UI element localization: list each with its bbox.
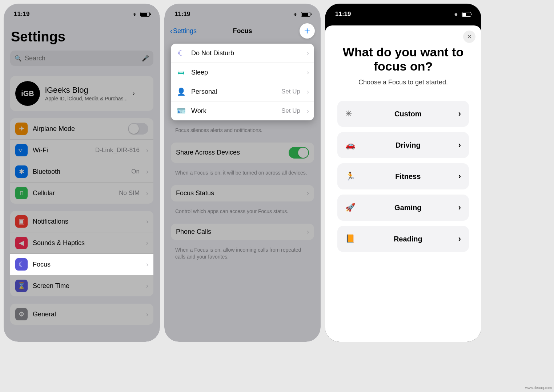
footnote: Focus silences alerts and notifications. [164, 124, 321, 139]
list-row[interactable]: ⌛Screen Time› [10, 275, 153, 296]
list-row[interactable]: ◀Sounds & Haptics› [10, 232, 153, 254]
row-icon: 🪪 [176, 106, 186, 116]
account-sub: Apple ID, iCloud, Media & Purchas... [45, 96, 128, 101]
row-label: Bluetooth [33, 168, 126, 176]
row-label: Wi-Fi [33, 147, 90, 154]
status-time: 11:19 [174, 11, 190, 18]
avatar: iGB [15, 81, 40, 106]
option-icon: 🚗 [345, 140, 358, 150]
focus-option[interactable]: 🚀 Gaming › [337, 195, 469, 221]
account-group[interactable]: iGB iGeeks Blog Apple ID, iCloud, Media … [10, 76, 153, 111]
chevron-right-icon: › [458, 109, 461, 119]
list-row[interactable]: ᯤWi-FiD-Link_DIR-816› [10, 140, 153, 161]
row-icon: ᯤ [15, 144, 28, 156]
chevron-right-icon: › [307, 49, 309, 57]
share-group: Share Across Devices [171, 143, 314, 163]
row-label: Focus [33, 261, 140, 268]
focus-option[interactable]: 🚗 Driving › [337, 132, 469, 158]
list-row[interactable]: 👤PersonalSet Up› [171, 82, 314, 101]
search-input[interactable]: 🔍 🎤 [10, 51, 153, 66]
list-row[interactable]: ✱BluetoothOn› [10, 161, 153, 183]
search-field[interactable] [25, 55, 139, 62]
general-group: ⚙General› [10, 304, 153, 325]
list-row[interactable]: ⎍CellularNo SIM› [10, 183, 153, 204]
add-button[interactable]: + [300, 23, 315, 39]
phone-settings: 11:19 ᯤ Settings 🔍 🎤 iGB iGeeks Blog App… [4, 4, 160, 342]
list-row[interactable]: ⚙General› [10, 304, 153, 325]
focus-option[interactable]: 📙 Reading › [337, 226, 469, 252]
chevron-left-icon: ‹ [170, 27, 172, 35]
row-value: Set Up [281, 107, 300, 115]
phone-calls-row[interactable]: Phone Calls › [171, 224, 314, 240]
option-label: Custom [358, 110, 458, 118]
watermark: www.deuaq.com [525, 386, 552, 390]
chevron-right-icon: › [307, 107, 309, 115]
chevron-right-icon: › [146, 239, 148, 247]
row-icon: 🛏 [176, 67, 186, 77]
focus-status-row[interactable]: Focus Status › [171, 185, 314, 201]
account-name: iGeeks Blog [45, 85, 128, 95]
footnote: When a Focus is on, it will be turned on… [164, 167, 321, 181]
list-row[interactable]: ▣Notifications› [10, 211, 153, 232]
phone-group: Phone Calls › [171, 224, 314, 240]
option-label: Driving [358, 141, 458, 149]
plus-icon: + [304, 25, 310, 37]
focus-option[interactable]: 🏃 Fitness › [337, 163, 469, 189]
search-icon: 🔍 [15, 55, 22, 62]
connectivity-group: ✈︎Airplane ModeᯤWi-FiD-Link_DIR-816›✱Blu… [10, 118, 153, 204]
mic-icon[interactable]: 🎤 [142, 55, 149, 62]
battery-icon [140, 12, 150, 17]
row-icon: 👤 [176, 87, 186, 97]
row-icon: ⎍ [15, 187, 28, 199]
sheet-heading: What do you want to focus on? [337, 45, 469, 73]
row-value: No SIM [119, 189, 140, 197]
option-icon: 📙 [345, 234, 358, 244]
row-icon: ✈︎ [15, 123, 28, 135]
row-icon: ◀ [15, 237, 28, 249]
row-label: General [33, 311, 140, 318]
row-icon: ▣ [15, 215, 28, 228]
focus-options: ✳ Custom ›🚗 Driving ›🏃 Fitness ›🚀 Gaming… [334, 97, 473, 261]
status-bar: 11:19 ᯤ [164, 4, 321, 22]
row-icon: ☾ [176, 48, 186, 58]
focus-list: ☾Do Not Disturb›🛏Sleep›👤PersonalSet Up›🪪… [171, 44, 314, 120]
chevron-right-icon: › [307, 228, 309, 236]
status-time: 11:19 [335, 11, 351, 18]
row-label: Work [191, 107, 276, 115]
status-time: 11:19 [14, 11, 29, 18]
chevron-right-icon: › [146, 168, 148, 176]
row-label: Airplane Mode [33, 125, 123, 133]
wifi-icon: ᯤ [293, 11, 299, 17]
row-label: Sounds & Haptics [33, 239, 140, 247]
row-icon: ☾ [15, 258, 28, 271]
option-label: Gaming [358, 204, 458, 212]
option-label: Reading [358, 235, 458, 243]
footnote: Control which apps can access your Focus… [164, 205, 321, 220]
status-group: Focus Status › [171, 185, 314, 201]
close-button[interactable]: ✕ [463, 31, 475, 43]
chevron-right-icon: › [146, 311, 148, 318]
focus-option[interactable]: ✳ Custom › [337, 101, 469, 127]
row-value: On [131, 168, 140, 175]
list-row[interactable]: 🪪WorkSet Up› [171, 101, 314, 120]
back-button[interactable]: ‹Settings [170, 27, 197, 35]
list-row[interactable]: ☾Do Not Disturb› [171, 44, 314, 63]
share-row[interactable]: Share Across Devices [171, 143, 314, 163]
chevron-right-icon: › [307, 189, 309, 197]
chevron-right-icon: › [307, 69, 309, 76]
notifications-group: ▣Notifications›◀Sounds & Haptics›☾Focus›… [10, 211, 153, 296]
row-label: Cellular [33, 189, 114, 197]
footnote: When a Focus is on, allow incoming calls… [164, 244, 321, 265]
list-row[interactable]: ✈︎Airplane Mode [10, 118, 153, 140]
list-row[interactable]: 🛏Sleep› [171, 63, 314, 82]
list-row[interactable]: ☾Focus› [10, 254, 153, 275]
row-icon: ⚙ [15, 308, 28, 320]
row-label: Notifications [33, 218, 140, 225]
chevron-right-icon: › [146, 261, 148, 268]
toggle[interactable] [128, 123, 148, 135]
chevron-right-icon: › [146, 282, 148, 290]
row-icon: ⌛ [15, 280, 28, 292]
share-toggle[interactable] [289, 147, 309, 159]
option-icon: 🚀 [345, 203, 358, 212]
status-bar: 11:19 ᯤ [325, 4, 481, 22]
